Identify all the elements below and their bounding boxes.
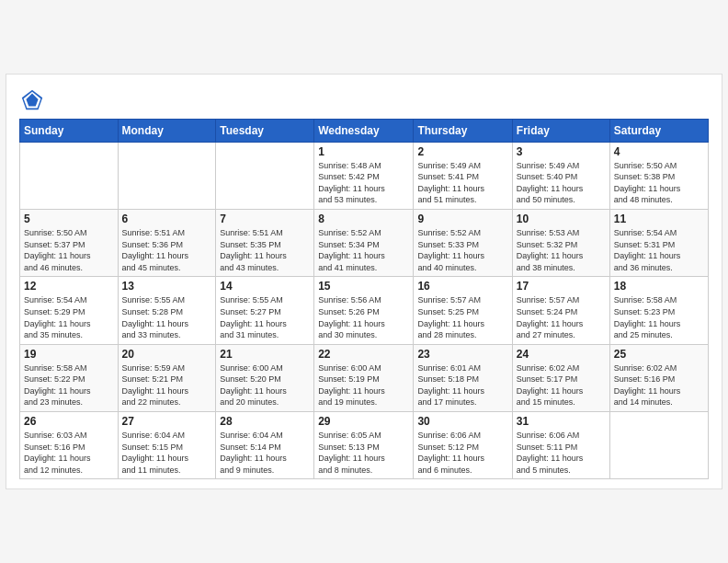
calendar-cell: 20Sunrise: 5:59 AMSunset: 5:21 PMDayligh… [118,344,216,411]
day-number: 6 [122,213,212,225]
calendar-grid: SundayMondayTuesdayWednesdayThursdayFrid… [19,119,709,480]
calendar-cell: 17Sunrise: 5:57 AMSunset: 5:24 PMDayligh… [512,277,609,344]
day-info: Sunrise: 5:50 AMSunset: 5:38 PMDaylight:… [614,160,704,206]
day-info: Sunrise: 5:57 AMSunset: 5:24 PMDaylight:… [517,294,606,340]
day-number: 4 [614,145,704,158]
day-info: Sunrise: 5:49 AMSunset: 5:40 PMDaylight:… [517,160,606,206]
day-info: Sunrise: 6:00 AMSunset: 5:19 PMDaylight:… [318,362,409,408]
day-number: 22 [318,348,409,361]
calendar-cell: 2Sunrise: 5:49 AMSunset: 5:41 PMDaylight… [414,142,512,209]
calendar-cell: 24Sunrise: 6:02 AMSunset: 5:17 PMDayligh… [512,344,609,411]
weekday-header-monday: Monday [118,119,216,142]
header [19,84,709,113]
calendar-cell: 18Sunrise: 5:58 AMSunset: 5:23 PMDayligh… [609,277,708,344]
day-info: Sunrise: 5:50 AMSunset: 5:37 PMDaylight:… [24,227,114,273]
day-number: 18 [614,280,704,293]
day-number: 17 [517,280,606,293]
calendar-cell: 5Sunrise: 5:50 AMSunset: 5:37 PMDaylight… [20,209,119,276]
day-info: Sunrise: 5:53 AMSunset: 5:32 PMDaylight:… [517,227,606,273]
week-row-1: 1Sunrise: 5:48 AMSunset: 5:42 PMDaylight… [20,142,709,209]
day-info: Sunrise: 5:59 AMSunset: 5:21 PMDaylight:… [122,362,212,408]
day-number: 24 [517,348,606,361]
calendar-cell: 14Sunrise: 5:55 AMSunset: 5:27 PMDayligh… [216,277,314,344]
day-number: 25 [614,348,704,361]
day-number: 14 [220,280,310,293]
calendar-cell: 23Sunrise: 6:01 AMSunset: 5:18 PMDayligh… [414,344,512,411]
day-info: Sunrise: 5:52 AMSunset: 5:34 PMDaylight:… [318,227,409,273]
day-number: 1 [318,145,409,158]
calendar-cell: 25Sunrise: 6:02 AMSunset: 5:16 PMDayligh… [609,344,708,411]
day-info: Sunrise: 5:58 AMSunset: 5:23 PMDaylight:… [614,294,704,340]
day-number: 16 [417,280,507,293]
day-number: 31 [517,415,606,428]
calendar-cell: 21Sunrise: 6:00 AMSunset: 5:20 PMDayligh… [216,344,314,411]
calendar-cell: 19Sunrise: 5:58 AMSunset: 5:22 PMDayligh… [20,344,119,411]
day-number: 8 [318,213,409,225]
day-number: 23 [417,348,507,361]
day-number: 15 [318,280,409,293]
day-number: 7 [220,213,310,225]
calendar-cell: 13Sunrise: 5:55 AMSunset: 5:28 PMDayligh… [118,277,216,344]
calendar-cell: 6Sunrise: 5:51 AMSunset: 5:36 PMDaylight… [118,209,216,276]
week-row-4: 19Sunrise: 5:58 AMSunset: 5:22 PMDayligh… [20,344,709,411]
day-info: Sunrise: 5:55 AMSunset: 5:28 PMDaylight:… [122,294,212,340]
day-number: 13 [122,280,212,293]
calendar-cell: 9Sunrise: 5:52 AMSunset: 5:33 PMDaylight… [414,209,512,276]
day-number: 21 [220,348,310,361]
day-number: 26 [24,415,114,428]
calendar-cell: 30Sunrise: 6:06 AMSunset: 5:12 PMDayligh… [414,412,512,479]
day-info: Sunrise: 6:02 AMSunset: 5:16 PMDaylight:… [614,362,704,408]
week-row-2: 5Sunrise: 5:50 AMSunset: 5:37 PMDaylight… [20,209,709,276]
logo-icon [19,87,45,113]
calendar-cell: 12Sunrise: 5:54 AMSunset: 5:29 PMDayligh… [20,277,119,344]
calendar-cell: 11Sunrise: 5:54 AMSunset: 5:31 PMDayligh… [609,209,708,276]
weekday-header-tuesday: Tuesday [216,119,314,142]
day-number: 30 [417,415,507,428]
day-info: Sunrise: 5:58 AMSunset: 5:22 PMDaylight:… [24,362,114,408]
day-number: 27 [122,415,212,428]
calendar-cell: 22Sunrise: 6:00 AMSunset: 5:19 PMDayligh… [314,344,414,411]
calendar-cell: 16Sunrise: 5:57 AMSunset: 5:25 PMDayligh… [414,277,512,344]
day-number: 12 [24,280,114,293]
day-number: 29 [318,415,409,428]
day-info: Sunrise: 6:04 AMSunset: 5:14 PMDaylight:… [220,430,310,476]
calendar-cell: 28Sunrise: 6:04 AMSunset: 5:14 PMDayligh… [216,412,314,479]
logo [19,87,49,113]
day-info: Sunrise: 6:05 AMSunset: 5:13 PMDaylight:… [318,430,409,476]
weekday-header-saturday: Saturday [609,119,708,142]
calendar-cell: 10Sunrise: 5:53 AMSunset: 5:32 PMDayligh… [512,209,609,276]
calendar-cell: 8Sunrise: 5:52 AMSunset: 5:34 PMDaylight… [314,209,414,276]
calendar-cell: 26Sunrise: 6:03 AMSunset: 5:16 PMDayligh… [20,412,119,479]
day-info: Sunrise: 5:52 AMSunset: 5:33 PMDaylight:… [417,227,507,273]
day-info: Sunrise: 6:06 AMSunset: 5:11 PMDaylight:… [517,430,606,476]
calendar-cell [216,142,314,209]
calendar-cell [609,412,708,479]
day-info: Sunrise: 6:04 AMSunset: 5:15 PMDaylight:… [122,430,212,476]
day-info: Sunrise: 5:48 AMSunset: 5:42 PMDaylight:… [318,160,409,206]
calendar-container: SundayMondayTuesdayWednesdayThursdayFrid… [6,74,722,490]
calendar-cell: 31Sunrise: 6:06 AMSunset: 5:11 PMDayligh… [512,412,609,479]
day-number: 9 [417,213,507,225]
day-number: 10 [517,213,606,225]
day-info: Sunrise: 5:54 AMSunset: 5:31 PMDaylight:… [614,227,704,273]
weekday-header-thursday: Thursday [414,119,512,142]
weekday-header-friday: Friday [512,119,609,142]
day-info: Sunrise: 5:54 AMSunset: 5:29 PMDaylight:… [24,294,114,340]
day-info: Sunrise: 6:03 AMSunset: 5:16 PMDaylight:… [24,430,114,476]
day-info: Sunrise: 5:57 AMSunset: 5:25 PMDaylight:… [417,294,507,340]
calendar-cell: 29Sunrise: 6:05 AMSunset: 5:13 PMDayligh… [314,412,414,479]
day-number: 28 [220,415,310,428]
day-info: Sunrise: 6:06 AMSunset: 5:12 PMDaylight:… [417,430,507,476]
day-info: Sunrise: 6:01 AMSunset: 5:18 PMDaylight:… [417,362,507,408]
calendar-cell: 7Sunrise: 5:51 AMSunset: 5:35 PMDaylight… [216,209,314,276]
weekday-header-row: SundayMondayTuesdayWednesdayThursdayFrid… [20,119,709,142]
day-info: Sunrise: 6:00 AMSunset: 5:20 PMDaylight:… [220,362,310,408]
weekday-header-sunday: Sunday [20,119,119,142]
day-info: Sunrise: 5:51 AMSunset: 5:35 PMDaylight:… [220,227,310,273]
calendar-cell: 27Sunrise: 6:04 AMSunset: 5:15 PMDayligh… [118,412,216,479]
day-info: Sunrise: 5:56 AMSunset: 5:26 PMDaylight:… [318,294,409,340]
day-number: 11 [614,213,704,225]
calendar-cell: 3Sunrise: 5:49 AMSunset: 5:40 PMDaylight… [512,142,609,209]
calendar-cell: 4Sunrise: 5:50 AMSunset: 5:38 PMDaylight… [609,142,708,209]
calendar-cell: 15Sunrise: 5:56 AMSunset: 5:26 PMDayligh… [314,277,414,344]
